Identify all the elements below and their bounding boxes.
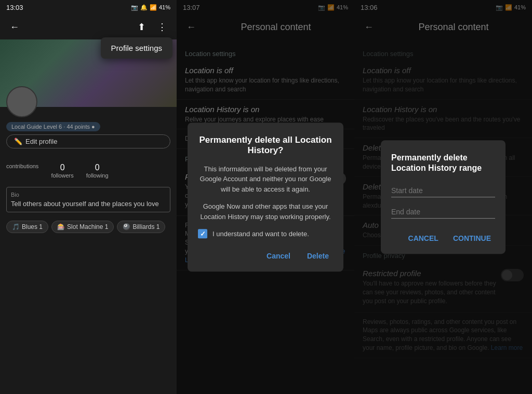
- profile-settings-title: Profile settings: [111, 44, 162, 52]
- share-button[interactable]: ⬆: [133, 19, 150, 35]
- bio-label: Bio: [11, 192, 166, 198]
- start-date-input[interactable]: [391, 184, 495, 197]
- tag-slot-machine[interactable]: 🎰 Slot Machine 1: [51, 221, 114, 233]
- right-panel: 13:06 📷 📶 41% ← Personal content Locatio…: [354, 0, 532, 394]
- date-range-title: Permanently delete Location History rang…: [391, 153, 495, 174]
- dialog-actions-middle: Cancel Delete: [198, 249, 333, 263]
- time-left: 13:03: [6, 4, 23, 11]
- stats-row: contributions 0 followers 0 following: [0, 159, 177, 183]
- avatar: [6, 86, 37, 117]
- end-date-input[interactable]: [391, 206, 495, 219]
- followers-stat[interactable]: 0 followers: [51, 163, 73, 179]
- cancel-button-right[interactable]: CANCEL: [404, 231, 443, 246]
- delete-button-middle[interactable]: Delete: [303, 249, 333, 263]
- status-icons-left: 📷 🔔 📶 41%: [131, 4, 170, 11]
- tag-billiards[interactable]: 🎱 Billiards 1: [117, 221, 165, 233]
- more-button[interactable]: ⋮: [154, 19, 170, 35]
- status-bar-left: 13:03 📷 🔔 📶 41%: [0, 0, 177, 15]
- bio-box[interactable]: Bio Tell others about yourself and the p…: [6, 187, 170, 212]
- continue-button-right[interactable]: CONTINUE: [449, 231, 495, 246]
- local-guide-badge: Local Guide Level 6 · 44 points ●: [6, 122, 100, 131]
- date-range-dialog: Permanently delete Location History rang…: [381, 140, 506, 254]
- top-bar-left: ← ⬆ ⋮: [0, 15, 177, 39]
- dialog-checkbox-row[interactable]: ✓ I understand and want to delete.: [198, 229, 333, 238]
- bio-text: Tell others about yourself and the place…: [11, 200, 166, 208]
- tag-blues[interactable]: 🎵 Blues 1: [6, 221, 48, 233]
- dialog-checkbox-label: I understand and want to delete.: [212, 230, 309, 238]
- left-panel: 13:03 📷 🔔 📶 41% ← ⬆ ⋮ Local Guide Level …: [0, 0, 177, 394]
- delete-all-dialog: Permanently delete all Location History?…: [188, 123, 343, 272]
- back-button-left[interactable]: ←: [6, 19, 23, 35]
- dialog-checkbox[interactable]: ✓: [198, 229, 207, 238]
- edit-profile-button[interactable]: ✏️ Edit profile: [6, 134, 170, 148]
- dialog-actions-right: CANCEL CONTINUE: [391, 231, 495, 246]
- middle-panel: 13:07 📷 📶 41% ← Personal content Locatio…: [177, 0, 354, 394]
- checkmark-icon: ✓: [200, 230, 206, 238]
- following-stat[interactable]: 0 following: [86, 163, 109, 179]
- delete-all-dialog-body2: Google Now and other apps that use your …: [198, 201, 333, 222]
- contributions-stat: contributions: [6, 163, 38, 179]
- delete-all-dialog-title: Permanently delete all Location History?: [198, 135, 333, 156]
- tags-row: 🎵 Blues 1 🎰 Slot Machine 1 🎱 Billiards 1: [0, 216, 177, 237]
- cancel-button-middle[interactable]: Cancel: [262, 249, 295, 263]
- profile-settings-popup: Profile settings: [101, 37, 172, 59]
- delete-all-dialog-body1: This information will be deleted from yo…: [198, 164, 333, 195]
